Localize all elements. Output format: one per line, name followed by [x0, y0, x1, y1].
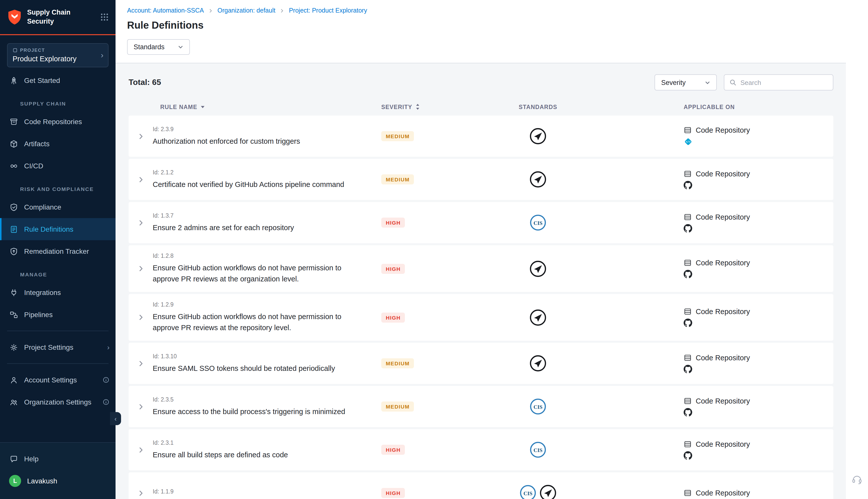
sidebar: Supply Chain Security PROJECT Product Ex…: [0, 0, 115, 499]
row-expand-chevron-icon[interactable]: [128, 360, 153, 367]
info-icon[interactable]: [102, 376, 110, 384]
sidebar-item-organization-settings[interactable]: Organization Settings: [0, 391, 115, 413]
repository-icon: [684, 397, 692, 405]
table-row[interactable]: Id: 1.2.8Ensure GitHub action workflows …: [128, 245, 833, 292]
severity-cell: MEDIUM: [381, 131, 472, 141]
sidebar-item-artifacts[interactable]: Artifacts: [0, 133, 115, 155]
user-avatar[interactable]: L: [9, 475, 21, 487]
row-expand-chevron-icon[interactable]: [128, 403, 153, 410]
support-headset-icon[interactable]: [852, 474, 863, 485]
breadcrumb-project-link[interactable]: Project: Product Exploratory: [289, 7, 367, 14]
search-input[interactable]: [741, 78, 828, 86]
chevron-right-icon: [209, 8, 213, 13]
sidebar-item-label: Organization Settings: [24, 398, 91, 406]
section-label-manage: MANAGE: [0, 262, 115, 281]
gear-icon: [9, 343, 18, 352]
severity-badge: HIGH: [381, 264, 405, 273]
repository-icon: [684, 307, 692, 316]
row-expand-chevron-icon[interactable]: [128, 265, 153, 272]
info-icon[interactable]: [102, 399, 110, 405]
sidebar-item-account-settings[interactable]: Account Settings: [0, 369, 115, 391]
sidebar-item-label: Remediation Tracker: [24, 247, 89, 255]
severity-badge: HIGH: [381, 312, 405, 322]
table-row[interactable]: Id: 1.3.10Ensure SAML SSO tokens should …: [128, 343, 833, 384]
severity-filter-dropdown[interactable]: Severity: [655, 74, 717, 90]
standards-cell: [472, 309, 604, 326]
column-severity[interactable]: SEVERITY: [381, 104, 472, 110]
github-icon: [684, 224, 692, 232]
github-icon: [684, 451, 692, 460]
sidebar-collapse-handle[interactable]: ‹: [110, 412, 121, 425]
standards-cell: CIS: [472, 398, 604, 415]
search-icon: [729, 79, 736, 86]
breadcrumb: Account: Automation-SSCA Organization: d…: [127, 7, 846, 14]
search-box[interactable]: [724, 74, 833, 90]
applicable-on-label: Code Repository: [696, 307, 750, 316]
sidebar-item-help[interactable]: Help: [0, 448, 115, 470]
applicable-on-cell: Code Repository: [604, 213, 833, 232]
rule-id: Id: 2.3.5: [153, 396, 381, 402]
table-row[interactable]: Id: 2.3.9Authorization not enforced for …: [128, 115, 833, 157]
table-row[interactable]: Id: 1.3.7Ensure 2 admins are set for eac…: [128, 202, 833, 243]
table-row[interactable]: Id: 1.2.9Ensure GitHub action workflows …: [128, 294, 833, 341]
column-rule-name[interactable]: RULE NAME: [153, 104, 381, 110]
package-icon: [9, 139, 18, 148]
table-row[interactable]: Id: 2.3.5Ensure access to the build proc…: [128, 386, 833, 427]
severity-badge: HIGH: [381, 488, 405, 498]
applicable-on-cell: Code Repository: [604, 440, 833, 460]
sidebar-item-pipelines[interactable]: Pipelines: [0, 304, 115, 326]
breadcrumb-account-link[interactable]: Account: Automation-SSCA: [127, 7, 204, 14]
project-selector[interactable]: PROJECT Product Exploratory ›: [7, 43, 109, 67]
standard-plane-icon: [530, 309, 546, 326]
rule-name: Certificate not verified by GitHub Actio…: [153, 179, 358, 190]
svg-text:</>: </>: [686, 141, 691, 144]
list-controls: Total: 65 Severity: [128, 74, 833, 90]
rule-name: Ensure all build steps are defined as co…: [153, 449, 358, 460]
sidebar-item-cicd[interactable]: CI/CD: [0, 155, 115, 177]
severity-cell: HIGH: [381, 445, 472, 455]
rules-content: Total: 65 Severity: [115, 63, 846, 499]
sidebar-item-get-started[interactable]: Get Started: [0, 69, 115, 92]
row-expand-chevron-icon[interactable]: [128, 446, 153, 453]
sidebar-item-integrations[interactable]: Integrations: [0, 281, 115, 304]
module-switcher-icon[interactable]: [100, 13, 109, 21]
rule-name: Ensure SAML SSO tokens should be rotated…: [153, 363, 358, 374]
applicable-on-cell: Code Repository: [604, 259, 833, 278]
breadcrumb-organization-link[interactable]: Organization: default: [218, 7, 275, 14]
sidebar-item-project-settings[interactable]: Project Settings ›: [0, 336, 115, 358]
rule-name-cell: Id: 1.2.9Ensure GitHub action workflows …: [153, 302, 381, 333]
row-expand-chevron-icon[interactable]: [128, 489, 153, 497]
chevron-down-icon: [177, 44, 183, 50]
rule-id: Id: 2.3.9: [153, 126, 381, 132]
rule-name: Authorization not enforced for custom tr…: [153, 135, 358, 146]
severity-cell: HIGH: [381, 488, 472, 498]
standard-cis-icon: CIS: [519, 484, 536, 499]
sidebar-item-label: Project Settings: [24, 343, 73, 351]
rules-rows: Id: 2.3.9Authorization not enforced for …: [128, 115, 833, 499]
table-row[interactable]: Id: 2.3.1Ensure all build steps are defi…: [128, 429, 833, 470]
row-expand-chevron-icon[interactable]: [128, 219, 153, 227]
table-row[interactable]: Id: 1.1.9HIGHCISCode Repository: [128, 472, 833, 499]
rule-id: Id: 1.2.8: [153, 253, 381, 259]
sidebar-item-label: Code Repositories: [24, 118, 82, 126]
row-expand-chevron-icon[interactable]: [128, 132, 153, 140]
standards-filter-dropdown[interactable]: Standards: [127, 39, 190, 55]
chevron-right-icon: ›: [101, 51, 103, 60]
applicable-on-label: Code Repository: [696, 126, 750, 134]
sidebar-item-remediation-tracker[interactable]: Remediation Tracker: [0, 240, 115, 262]
sidebar-user[interactable]: L Lavakush: [0, 470, 115, 492]
infinity-icon: [9, 161, 18, 170]
rule-name-cell: Id: 2.3.9Authorization not enforced for …: [153, 126, 381, 146]
project-cube-icon: [13, 48, 17, 53]
section-label-supply-chain: SUPPLY CHAIN: [0, 92, 115, 111]
table-header: RULE NAME SEVERITY STANDARDS APPLICABLE …: [128, 104, 833, 115]
sidebar-item-compliance[interactable]: Compliance: [0, 196, 115, 218]
sidebar-item-code-repositories[interactable]: Code Repositories: [0, 111, 115, 133]
row-expand-chevron-icon[interactable]: [128, 175, 153, 183]
table-row[interactable]: Id: 2.1.2Certificate not verified by Git…: [128, 159, 833, 200]
row-expand-chevron-icon[interactable]: [128, 314, 153, 321]
standard-plane-icon: [530, 171, 546, 188]
shield-check-icon: [9, 203, 18, 211]
shield-arrow-icon: [9, 247, 18, 256]
sidebar-item-rule-definitions[interactable]: Rule Definitions: [0, 218, 115, 240]
